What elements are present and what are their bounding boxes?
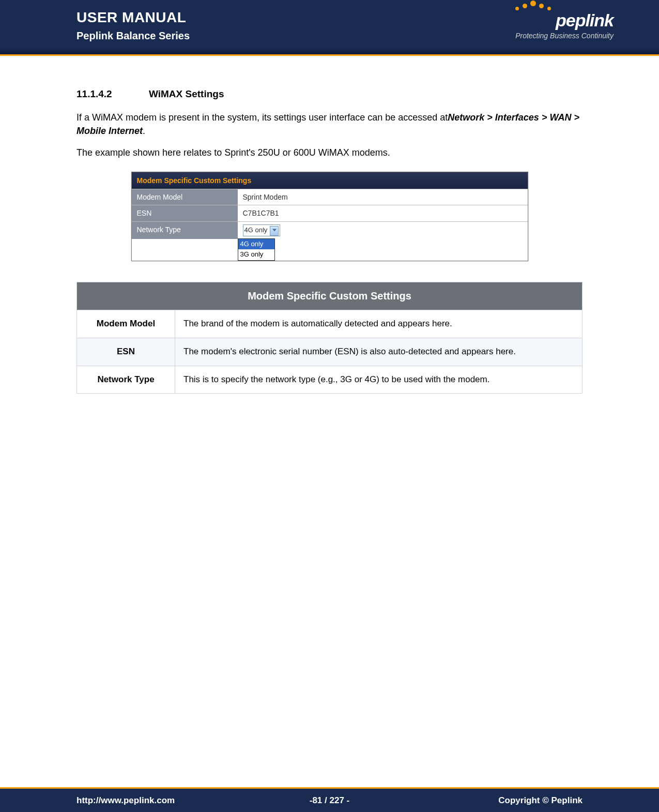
screenshot-value: 4G only <box>238 222 528 239</box>
footer-page: -81 / 227 - <box>245 795 413 806</box>
screenshot-row-network-type: Network Type 4G only <box>132 221 528 239</box>
screenshot-value: C7B1C7B1 <box>238 205 528 221</box>
screenshot-value: Sprint Modem <box>238 189 528 205</box>
select-value: 4G only <box>244 226 268 234</box>
screenshot-title: Modem Specific Custom Settings <box>132 172 528 189</box>
logo-text: peplink <box>515 10 614 31</box>
desc-text: The brand of the modem is automatically … <box>175 310 583 338</box>
dropdown-option-3g[interactable]: 3G only <box>238 249 274 260</box>
logo-dots-icon <box>515 0 614 9</box>
dropdown-option-4g[interactable]: 4G only <box>238 239 274 250</box>
page-header: USER MANUAL Peplink Balance Series pepli… <box>0 0 659 56</box>
section-title: WiMAX Settings <box>149 87 224 101</box>
screenshot-row-esn: ESN C7B1C7B1 <box>132 205 528 221</box>
p1-end: . <box>143 126 145 136</box>
desc-table-header: Modem Specific Custom Settings <box>77 282 583 310</box>
desc-label: Network Type <box>77 366 175 394</box>
table-row: Modem Model The brand of the modem is au… <box>77 310 583 338</box>
screenshot-row-modem-model: Modem Model Sprint Modem <box>132 189 528 205</box>
table-row: Network Type This is to specify the netw… <box>77 366 583 394</box>
paragraph-2: The example shown here relates to Sprint… <box>76 146 583 159</box>
p1-text: If a WiMAX modem is present in the syste… <box>76 112 448 123</box>
brand-logo: peplink Protecting Business Continuity <box>515 0 614 40</box>
footer-url: http://www.peplink.com <box>76 795 245 806</box>
footer-copyright: Copyright © Peplink <box>414 795 583 806</box>
logo-tagline: Protecting Business Continuity <box>515 32 614 40</box>
network-type-select[interactable]: 4G only <box>243 224 280 236</box>
page-footer: http://www.peplink.com -81 / 227 - Copyr… <box>0 787 659 812</box>
screenshot-label: ESN <box>132 205 238 221</box>
desc-text: This is to specify the network type (e.g… <box>175 366 583 394</box>
chevron-down-icon <box>272 229 277 232</box>
network-type-dropdown[interactable]: 4G only 3G only <box>238 238 275 261</box>
desc-label: ESN <box>77 338 175 366</box>
desc-text: The modem's electronic serial number (ES… <box>175 338 583 366</box>
screenshot-label: Modem Model <box>132 189 238 205</box>
desc-label: Modem Model <box>77 310 175 338</box>
section-number: 11.1.4.2 <box>76 87 149 101</box>
paragraph-1: If a WiMAX modem is present in the syste… <box>76 111 583 138</box>
page-content: 11.1.4.2 WiMAX Settings If a WiMAX modem… <box>0 56 659 394</box>
table-row: ESN The modem's electronic serial number… <box>77 338 583 366</box>
settings-screenshot: Modem Specific Custom Settings Modem Mod… <box>131 172 528 261</box>
screenshot-label: Network Type <box>132 222 238 239</box>
description-table: Modem Specific Custom Settings Modem Mod… <box>76 282 583 394</box>
